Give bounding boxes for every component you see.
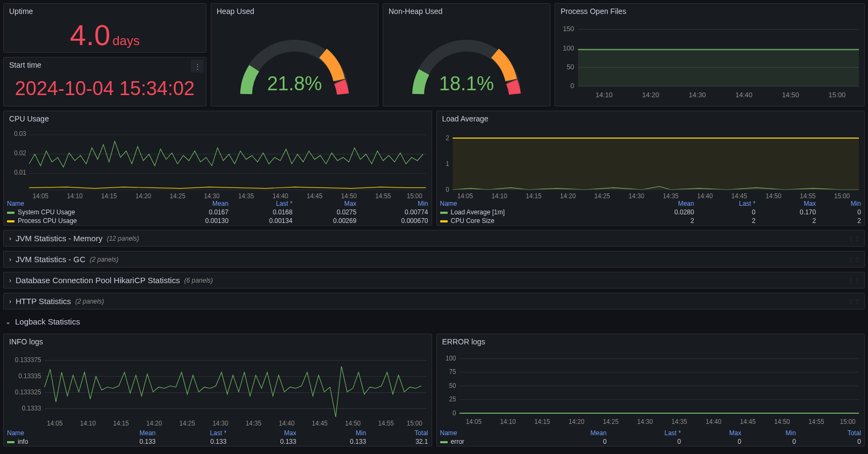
row-count: (12 panels) [107,235,139,242]
table-row[interactable]: error00000 [437,437,865,446]
svg-text:14:15: 14:15 [534,418,550,426]
panel-menu-icon[interactable]: ⋮ [191,60,204,73]
svg-text:14:15: 14:15 [101,192,117,199]
start-time-panel[interactable]: Start time ⋮ 2024-10-04 15:34:02 [3,57,206,106]
svg-text:14:50: 14:50 [765,192,781,199]
error-logs-panel[interactable]: ERROR logs 100 75 50 25 0 14:0514:10 14:… [436,334,865,446]
row-section[interactable]: › Database Connection Pool HikariCP Stat… [3,272,865,289]
table-row[interactable]: info0.1330.1330.1330.13332.1 [4,437,432,446]
svg-text:14:40: 14:40 [279,420,295,427]
open-files-chart: 150 100 50 0 14:10 14:20 14:30 14:40 14:… [555,18,864,106]
drag-handle-icon[interactable]: ⋮⋮ [848,298,861,304]
chevron-down-icon: ⌄ [5,318,11,326]
error-logs-chart: 100 75 50 25 0 14:0514:10 14:1514:20 14:… [437,348,865,429]
svg-text:14:15: 14:15 [113,420,130,427]
svg-text:75: 75 [449,368,456,376]
panel-title: ERROR logs [437,334,865,348]
uptime-value: 4.0days [70,18,140,52]
drag-handle-icon[interactable]: ⋮⋮ [848,235,861,241]
legend-swatch [440,212,448,214]
heap-panel[interactable]: Heap Used 21.8% [211,3,378,106]
svg-text:14:45: 14:45 [740,418,756,426]
svg-text:0: 0 [570,82,574,90]
nonheap-gauge: 18.1% [399,24,534,99]
svg-text:14:50: 14:50 [782,91,799,99]
uptime-unit: days [112,33,140,48]
panel-title: Non-Heap Used [383,4,550,18]
svg-text:0.02: 0.02 [14,149,26,157]
svg-text:25: 25 [449,395,456,403]
table-row[interactable]: Process CPU Usage0.001300.001340.002690.… [4,217,432,225]
table-row[interactable]: CPU Core Size2222 [437,217,865,225]
legend-swatch [440,220,448,222]
info-stats-table: NameMeanLast *MaxMinTotal info0.1330.133… [4,429,432,446]
svg-text:14:45: 14:45 [312,420,328,427]
start-time-value: 2024-10-04 15:34:02 [15,77,195,100]
drag-handle-icon[interactable]: ⋮⋮ [848,256,861,262]
panel-title: Process Open Files [555,4,864,18]
nonheap-panel[interactable]: Non-Heap Used 18.1% [383,3,550,106]
svg-text:14:30: 14:30 [688,91,706,99]
row-section[interactable]: › HTTP Statistics (2 panels) ⋮⋮ [3,293,865,309]
svg-text:14:10: 14:10 [500,418,516,426]
svg-text:15:00: 15:00 [407,192,422,199]
svg-text:14:40: 14:40 [735,91,752,99]
row-section[interactable]: ⌄ Logback Statistics [3,314,865,329]
svg-text:14:40: 14:40 [705,418,721,426]
svg-text:100: 100 [563,44,574,52]
cpu-panel[interactable]: CPU Usage 0.03 0.02 0.01 14:0514:10 14:1… [3,111,432,226]
heap-gauge: 21.8% [227,24,362,99]
svg-text:14:45: 14:45 [307,192,322,199]
row-section[interactable]: › JVM Statistics - GC (2 panels) ⋮⋮ [3,251,865,268]
uptime-panel[interactable]: Uptime 4.0days [3,3,206,53]
table-row[interactable]: Load Average [1m]0.028000.1700 [437,208,865,217]
legend-swatch [7,220,15,222]
svg-text:14:40: 14:40 [697,192,713,199]
panel-title: Uptime [4,4,206,18]
svg-text:14:50: 14:50 [345,420,361,427]
svg-text:14:55: 14:55 [808,418,824,426]
open-files-panel[interactable]: Process Open Files 150 100 50 0 14:10 14… [555,3,865,106]
svg-text:0.01: 0.01 [14,169,26,177]
row-title: JVM Statistics - GC [16,255,85,264]
svg-text:14:05: 14:05 [33,192,48,199]
cpu-chart: 0.03 0.02 0.01 14:0514:10 14:1514:20 14:… [4,125,432,199]
table-row[interactable]: System CPU Usage0.01670.01680.02750.0077… [4,208,432,217]
drag-handle-icon[interactable]: ⋮⋮ [848,277,861,283]
svg-text:14:35: 14:35 [671,418,687,426]
load-stats-table: NameMeanLast *MaxMin Load Average [1m]0.… [437,199,865,225]
info-logs-panel[interactable]: INFO logs 0.133375 0.13335 0.133325 0.13… [3,334,432,446]
svg-text:14:35: 14:35 [246,420,262,427]
svg-text:14:10: 14:10 [596,91,613,99]
row-count: (2 panels) [75,298,104,305]
nonheap-gauge-label: 18.1% [399,73,534,95]
panel-title: INFO logs [4,334,432,348]
svg-text:14:20: 14:20 [642,91,659,99]
svg-text:14:05: 14:05 [47,420,63,427]
svg-text:0.03: 0.03 [14,130,26,138]
svg-rect-8 [578,49,859,86]
panel-title: Start time [4,57,206,71]
svg-text:15:00: 15:00 [829,91,846,99]
svg-text:14:50: 14:50 [341,192,356,199]
row-title: Database Connection Pool HikariCP Statis… [16,276,180,285]
svg-text:0.133375: 0.133375 [15,356,41,364]
load-panel[interactable]: Load Average 2 1 0 14:0514:10 14:1514:20… [436,111,865,226]
svg-text:0.133325: 0.133325 [15,388,41,396]
svg-text:14:25: 14:25 [602,418,619,426]
svg-text:150: 150 [563,25,574,33]
svg-text:14:25: 14:25 [180,420,196,427]
svg-text:14:30: 14:30 [628,192,644,199]
svg-text:14:20: 14:20 [135,192,151,199]
svg-text:14:25: 14:25 [594,192,609,199]
load-chart: 2 1 0 14:0514:10 14:1514:20 14:2514:30 1… [437,125,865,199]
svg-rect-38 [453,138,859,190]
svg-text:14:10: 14:10 [80,420,96,427]
svg-text:14:55: 14:55 [375,192,391,199]
svg-text:14:55: 14:55 [800,192,815,199]
svg-text:0.1333: 0.1333 [22,404,41,412]
svg-text:0: 0 [446,185,449,193]
panel-title: Heap Used [211,4,378,18]
svg-text:100: 100 [446,354,456,362]
row-section[interactable]: › JVM Statistics - Memory (12 panels) ⋮⋮ [3,230,865,247]
